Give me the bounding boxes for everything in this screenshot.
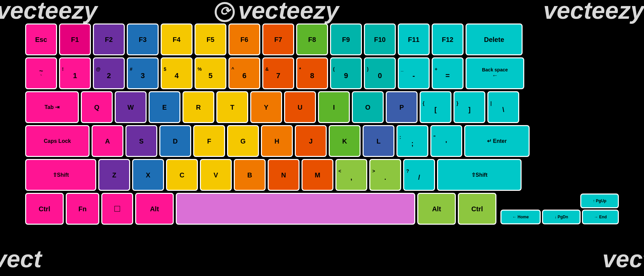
key-space[interactable]	[176, 193, 415, 225]
key-win[interactable]: □	[101, 193, 133, 225]
key-esc[interactable]: Esc	[25, 23, 57, 55]
key-g[interactable]: G	[227, 125, 259, 157]
keyboard: Esc F1 F2 F3 F4 F5 F6 F7 F8 F9 F10 F11 F…	[25, 23, 619, 225]
bottom-row: Ctrl Fn □ Alt Alt Ctrl ↑ PgUp ← Home ↓ P…	[25, 193, 619, 225]
key-v[interactable]: V	[200, 159, 232, 191]
key-f4[interactable]: F4	[161, 23, 193, 55]
key-z[interactable]: Z	[98, 159, 130, 191]
caps-row: Caps Lock A S D F G H J K L : ; " ' ↵ En…	[25, 125, 619, 157]
key-t[interactable]: T	[216, 91, 248, 123]
key-9[interactable]: ( 9	[330, 57, 362, 89]
key-y[interactable]: Y	[250, 91, 282, 123]
key-c[interactable]: C	[166, 159, 198, 191]
key-8[interactable]: * 8	[296, 57, 328, 89]
key-comma[interactable]: < ,	[335, 159, 367, 191]
key-rbracket[interactable]: } ]	[453, 91, 485, 123]
key-b[interactable]: B	[234, 159, 266, 191]
key-r[interactable]: R	[182, 91, 214, 123]
watermark-tc: ⟳ vecteezy	[215, 0, 339, 24]
key-k[interactable]: K	[329, 125, 361, 157]
watermark-bl: vect	[0, 245, 42, 273]
tab-row: Tab ⇥ Q W E R T Y U I O P { [ } ] | \	[25, 91, 619, 123]
key-f12[interactable]: F12	[432, 23, 464, 55]
key-semicolon[interactable]: : ;	[396, 125, 428, 157]
key-f9[interactable]: F9	[330, 23, 362, 55]
key-pgup[interactable]: ↑ PgUp	[580, 194, 619, 208]
key-2[interactable]: @ 2	[93, 57, 125, 89]
fn-row: Esc F1 F2 F3 F4 F5 F6 F7 F8 F9 F10 F11 F…	[25, 23, 619, 55]
shift-row: ⇧Shift Z X C V B N M < , > . ? / ⇧Shift	[25, 159, 619, 191]
key-minus[interactable]: _ -	[398, 57, 430, 89]
nav-row-top: ↑ PgUp	[500, 194, 619, 208]
key-i[interactable]: I	[318, 91, 350, 123]
key-n[interactable]: N	[268, 159, 300, 191]
key-equals[interactable]: + =	[432, 57, 464, 89]
key-0[interactable]: ) 0	[364, 57, 396, 89]
key-lshift[interactable]: ⇧Shift	[25, 159, 96, 191]
number-row: ~ ` ! 1 @ 2 # 3 $ 4 % 5 ^ 6 & 7	[25, 57, 619, 89]
key-delete[interactable]: Delete	[466, 23, 523, 55]
key-x[interactable]: X	[132, 159, 164, 191]
key-a[interactable]: A	[92, 125, 123, 157]
key-l[interactable]: L	[363, 125, 394, 157]
key-4[interactable]: $ 4	[161, 57, 193, 89]
key-3[interactable]: # 3	[127, 57, 159, 89]
key-rshift[interactable]: ⇧Shift	[437, 159, 522, 191]
key-5[interactable]: % 5	[195, 57, 226, 89]
key-ralt[interactable]: Alt	[417, 193, 456, 225]
key-tilde[interactable]: ~ `	[25, 57, 57, 89]
key-p[interactable]: P	[386, 91, 418, 123]
key-7[interactable]: & 7	[262, 57, 294, 89]
key-lalt[interactable]: Alt	[135, 193, 174, 225]
key-period[interactable]: > .	[369, 159, 401, 191]
nav-cluster: ↑ PgUp ← Home ↓ PgDn → End	[500, 194, 619, 224]
key-f11[interactable]: F11	[398, 23, 430, 55]
key-e[interactable]: E	[149, 91, 180, 123]
key-f3[interactable]: F3	[127, 23, 159, 55]
key-f10[interactable]: F10	[364, 23, 396, 55]
key-end[interactable]: → End	[582, 210, 619, 224]
key-w[interactable]: W	[115, 91, 147, 123]
key-f[interactable]: F	[193, 125, 225, 157]
key-f5[interactable]: F5	[195, 23, 226, 55]
key-f8[interactable]: F8	[296, 23, 328, 55]
watermark-tl: vecteezy	[0, 0, 97, 24]
key-1[interactable]: ! 1	[59, 57, 91, 89]
key-s[interactable]: S	[125, 125, 157, 157]
key-quote[interactable]: " '	[430, 125, 462, 157]
key-fn[interactable]: Fn	[66, 193, 99, 225]
key-capslock[interactable]: Caps Lock	[25, 125, 90, 157]
key-u[interactable]: U	[284, 91, 316, 123]
key-backslash[interactable]: | \	[487, 91, 519, 123]
key-slash[interactable]: ? /	[403, 159, 435, 191]
key-f6[interactable]: F6	[228, 23, 260, 55]
key-tab[interactable]: Tab ⇥	[25, 91, 79, 123]
nav-row-mid: ← Home ↓ PgDn → End	[500, 210, 619, 224]
watermark-br: vect	[602, 245, 644, 273]
key-pgdn[interactable]: ↓ PgDn	[542, 210, 581, 224]
key-lctrl[interactable]: Ctrl	[25, 193, 64, 225]
key-q[interactable]: Q	[81, 91, 113, 123]
key-lbracket[interactable]: { [	[420, 91, 451, 123]
key-h[interactable]: H	[261, 125, 293, 157]
key-home[interactable]: ← Home	[500, 210, 541, 224]
key-d[interactable]: D	[159, 125, 191, 157]
key-rctrl[interactable]: Ctrl	[458, 193, 496, 225]
key-o[interactable]: O	[352, 91, 384, 123]
watermark-tr: vecteezy	[543, 0, 644, 24]
key-backspace[interactable]: Back space ←	[466, 57, 524, 89]
key-6[interactable]: ^ 6	[228, 57, 260, 89]
key-f2[interactable]: F2	[93, 23, 125, 55]
key-f1[interactable]: F1	[59, 23, 91, 55]
key-m[interactable]: M	[302, 159, 333, 191]
key-enter[interactable]: ↵ Enter	[464, 125, 530, 157]
key-j[interactable]: J	[295, 125, 327, 157]
key-f7[interactable]: F7	[262, 23, 294, 55]
